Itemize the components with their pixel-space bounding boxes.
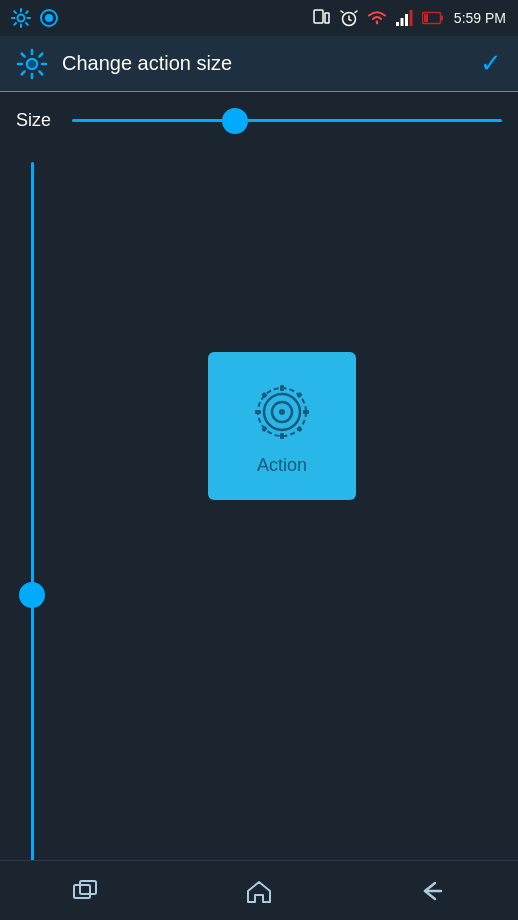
svg-rect-11 — [440, 16, 443, 21]
svg-point-14 — [29, 61, 35, 67]
svg-rect-21 — [255, 410, 261, 414]
svg-rect-8 — [405, 14, 408, 26]
action-widget[interactable]: Action — [208, 352, 356, 500]
svg-rect-4 — [325, 13, 329, 23]
main-content: Size — [0, 92, 518, 860]
svg-rect-7 — [400, 18, 403, 26]
svg-rect-6 — [396, 22, 399, 26]
wifi-icon — [366, 7, 388, 29]
phone-icon — [310, 7, 332, 29]
action-gear-icon — [247, 377, 317, 447]
header-gear-icon — [16, 48, 48, 80]
vertical-slider[interactable] — [22, 162, 42, 920]
svg-rect-27 — [74, 885, 90, 898]
status-bar-left — [10, 7, 60, 29]
svg-point-2 — [45, 14, 53, 22]
vertical-thumb[interactable] — [19, 582, 45, 608]
alarm-icon — [338, 7, 360, 29]
confirm-button[interactable]: ✓ — [480, 48, 502, 79]
status-bar: 5:59 PM — [0, 0, 518, 36]
size-row: Size — [0, 92, 518, 149]
header: Change action size ✓ — [0, 36, 518, 92]
horizontal-thumb[interactable] — [222, 108, 248, 134]
horizontal-slider[interactable] — [72, 111, 502, 131]
settings-icon — [10, 7, 32, 29]
home-button[interactable] — [229, 871, 289, 911]
back-button[interactable] — [402, 871, 462, 911]
svg-rect-19 — [280, 385, 284, 391]
svg-rect-20 — [280, 433, 284, 439]
svg-point-18 — [279, 409, 285, 415]
recent-apps-button[interactable] — [56, 871, 116, 911]
circle-icon — [38, 7, 60, 29]
svg-rect-28 — [80, 881, 96, 894]
action-label: Action — [257, 455, 307, 476]
nav-bar — [0, 860, 518, 920]
svg-rect-26 — [296, 425, 302, 431]
header-title: Change action size — [62, 52, 480, 75]
battery-icon — [422, 7, 444, 29]
svg-rect-3 — [314, 10, 323, 23]
status-time: 5:59 PM — [454, 10, 506, 26]
size-label: Size — [16, 110, 56, 131]
status-bar-right: 5:59 PM — [310, 7, 506, 29]
svg-rect-12 — [424, 14, 428, 22]
svg-rect-9 — [409, 10, 412, 26]
svg-rect-22 — [303, 410, 309, 414]
svg-point-0 — [18, 15, 25, 22]
horizontal-track — [72, 119, 502, 122]
vertical-track — [31, 162, 34, 920]
signal-icon — [394, 7, 416, 29]
